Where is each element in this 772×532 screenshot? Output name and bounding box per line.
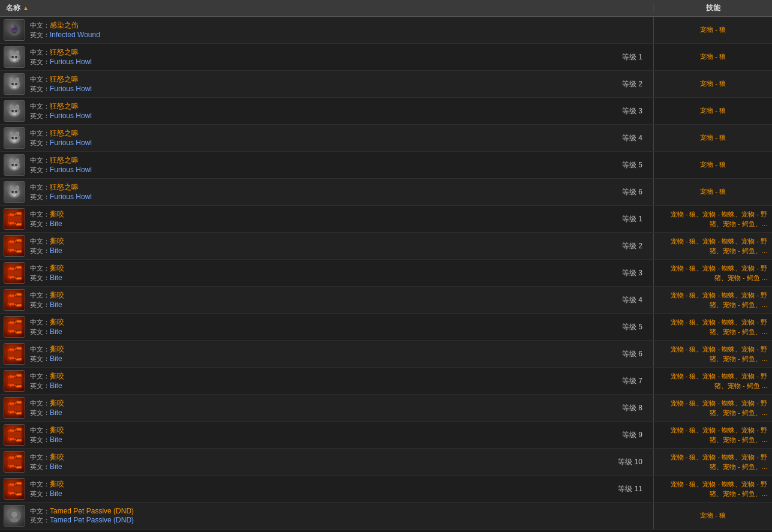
label-en: 英文： bbox=[30, 58, 50, 65]
level-badge: 等级 1 bbox=[622, 214, 650, 224]
name-info: 中文：感染之伤英文：Infected Wound bbox=[30, 20, 100, 40]
cell-skill: 宠物 - 狼 bbox=[654, 184, 772, 200]
name-cn: 撕咬 bbox=[50, 372, 64, 380]
name-cn: 狂怒之嗥 bbox=[50, 156, 79, 164]
level-badge: 等级 6 bbox=[622, 349, 650, 359]
level-badge: 等级 11 bbox=[618, 484, 650, 494]
table-row[interactable]: 中文：狂怒之嗥英文：Furious Howl等级 4宠物 - 狼 bbox=[0, 125, 772, 152]
header-name-col[interactable]: 名称 ▲ bbox=[0, 3, 654, 13]
svg-point-46 bbox=[15, 191, 17, 193]
table-row[interactable]: 中文：撕咬英文：Bite等级 4宠物 - 狼、宠物 - 蜘蛛、宠物 - 野猪、宠… bbox=[0, 287, 772, 314]
label-en: 英文： bbox=[30, 139, 50, 146]
label-cn: 中文： bbox=[30, 76, 50, 83]
table-row[interactable]: 中文：狂怒之嗥英文：Furious Howl等级 6宠物 - 狼 bbox=[0, 179, 772, 206]
svg-rect-65 bbox=[8, 432, 21, 438]
name-en: Bite bbox=[50, 462, 62, 471]
table-row[interactable]: 中文：狂怒之嗥英文：Furious Howl等级 2宠物 - 狼 bbox=[0, 71, 772, 98]
label-cn: 中文： bbox=[30, 157, 50, 164]
name-info: 中文：狂怒之嗥英文：Furious Howl bbox=[30, 101, 92, 121]
label-cn: 中文： bbox=[30, 49, 50, 56]
svg-point-40 bbox=[13, 167, 16, 169]
name-info: 中文：狂怒之嗥英文：Furious Howl bbox=[30, 182, 92, 202]
table-row[interactable]: 中文：撕咬英文：Bite等级 7宠物 - 狼、宠物 - 蜘蛛、宠物 - 野猪、宠… bbox=[0, 368, 772, 395]
table-row[interactable]: 中文：狂怒之嗥英文：Furious Howl等级 5宠物 - 狼 bbox=[0, 152, 772, 179]
level-badge: 等级 7 bbox=[622, 376, 650, 386]
skill-multi: 宠物 - 狼、宠物 - 蜘蛛、宠物 - 野猪、宠物 - 鳄鱼、... bbox=[659, 398, 767, 418]
level-badge: 等级 10 bbox=[618, 457, 650, 467]
name-en: Bite bbox=[50, 220, 62, 228]
table-row[interactable]: 中文：狂怒之嗥英文：Furious Howl等级 1宠物 - 狼 bbox=[0, 44, 772, 71]
table-row[interactable]: 中文：撕咬英文：Bite等级 2宠物 - 狼、宠物 - 蜘蛛、宠物 - 野猪、宠… bbox=[0, 233, 772, 260]
cell-skill: 宠物 - 狼 bbox=[654, 49, 772, 65]
label-en: 英文： bbox=[30, 193, 50, 200]
bite-icon bbox=[4, 424, 25, 446]
level-badge: 等级 8 bbox=[622, 403, 650, 413]
name-info: 中文：狂怒之嗥英文：Furious Howl bbox=[30, 155, 92, 175]
cell-name: 中文：Tamed Pet Passive (DND)英文：Tamed Pet P… bbox=[0, 503, 654, 529]
bite-icon bbox=[4, 478, 25, 500]
label-en: 英文： bbox=[30, 166, 50, 173]
label-cn: 中文： bbox=[30, 399, 50, 407]
svg-rect-59 bbox=[8, 351, 21, 357]
label-cn: 中文： bbox=[30, 318, 50, 326]
name-cn: 狂怒之嗥 bbox=[50, 75, 79, 83]
table-row[interactable]: 中文：撕咬英文：Bite等级 8宠物 - 狼、宠物 - 蜘蛛、宠物 - 野猪、宠… bbox=[0, 395, 772, 422]
name-info: 中文：撕咬英文：Bite bbox=[30, 371, 64, 390]
name-cn: 撕咬 bbox=[50, 453, 64, 461]
label-cn: 中文： bbox=[30, 265, 50, 272]
svg-point-5 bbox=[15, 28, 17, 30]
cell-skill: 宠物 - 狼 bbox=[654, 76, 772, 92]
level-badge: 等级 2 bbox=[622, 241, 650, 251]
svg-point-32 bbox=[15, 137, 17, 139]
table-row[interactable]: 中文：撕咬英文：Bite等级 1宠物 - 狼、宠物 - 蜘蛛、宠物 - 野猪、宠… bbox=[0, 206, 772, 233]
name-en: Bite bbox=[50, 489, 62, 498]
label-en: 英文： bbox=[30, 355, 50, 362]
name-en: Bite bbox=[50, 247, 62, 255]
wolf-icon bbox=[4, 73, 25, 95]
cell-skill: 宠物 - 狼 bbox=[654, 508, 772, 524]
table-row[interactable]: 中文：撕咬英文：Bite等级 10宠物 - 狼、宠物 - 蜘蛛、宠物 - 野猪、… bbox=[0, 449, 772, 476]
name-cn: 撕咬 bbox=[50, 480, 64, 488]
svg-rect-55 bbox=[8, 297, 21, 303]
cell-skill: 宠物 - 狼、宠物 - 蜘蛛、宠物 - 野猪、宠物 - 鳄鱼、... bbox=[654, 423, 772, 447]
cell-name: 中文：狂怒之嗥英文：Furious Howl等级 1 bbox=[0, 44, 654, 70]
svg-rect-53 bbox=[8, 270, 21, 276]
cell-skill: 宠物 - 狼、宠物 - 蜘蛛、宠物 - 野猪、宠物 - 鳄鱼 ... bbox=[654, 261, 772, 285]
level-badge: 等级 4 bbox=[622, 295, 650, 305]
name-en: Furious Howl bbox=[50, 112, 92, 120]
svg-point-17 bbox=[11, 83, 14, 85]
name-en: Furious Howl bbox=[50, 85, 92, 93]
cell-skill: 宠物 - 狼、宠物 - 蜘蛛、宠物 - 野猪、宠物 - 鳄鱼、... bbox=[654, 477, 772, 501]
skill-multi: 宠物 - 狼、宠物 - 蜘蛛、宠物 - 野猪、宠物 - 鳄鱼、... bbox=[659, 209, 767, 229]
infected-icon bbox=[4, 19, 25, 41]
table-row[interactable]: 中文：撕咬英文：Bite等级 11宠物 - 狼、宠物 - 蜘蛛、宠物 - 野猪、… bbox=[0, 476, 772, 503]
bite-icon bbox=[4, 289, 25, 311]
skill-multi: 宠物 - 狼、宠物 - 蜘蛛、宠物 - 野猪、宠物 - 鳄鱼 ... bbox=[659, 371, 767, 391]
cell-name: 中文：撕咬英文：Bite等级 5 bbox=[0, 314, 654, 340]
name-info: 中文：狂怒之嗥英文：Furious Howl bbox=[30, 74, 92, 94]
wolf-icon bbox=[4, 46, 25, 68]
name-info: 中文：撕咬英文：Bite bbox=[30, 425, 64, 444]
sort-arrow-icon: ▲ bbox=[23, 5, 29, 11]
label-cn: 中文： bbox=[30, 372, 50, 380]
bite-icon bbox=[4, 343, 25, 365]
label-en: 英文： bbox=[30, 490, 50, 497]
table-row[interactable]: 中文：撕咬英文：Bite等级 9宠物 - 狼、宠物 - 蜘蛛、宠物 - 野猪、宠… bbox=[0, 422, 772, 449]
name-en: Bite bbox=[50, 327, 62, 336]
name-en: Bite bbox=[50, 300, 62, 309]
table-row[interactable]: 中文：撕咬英文：Bite等级 6宠物 - 狼、宠物 - 蜘蛛、宠物 - 野猪、宠… bbox=[0, 341, 772, 368]
label-en: 英文： bbox=[30, 274, 50, 281]
skill-multi: 宠物 - 狼、宠物 - 蜘蛛、宠物 - 野猪、宠物 - 鳄鱼、... bbox=[659, 290, 767, 310]
table-row[interactable]: 中文：撕咬英文：Bite等级 3宠物 - 狼、宠物 - 蜘蛛、宠物 - 野猪、宠… bbox=[0, 260, 772, 287]
name-cn: 感染之伤 bbox=[50, 21, 79, 29]
level-badge: 等级 4 bbox=[622, 133, 650, 143]
table-row[interactable]: 中文：感染之伤英文：Infected Wound宠物 - 狼 bbox=[0, 17, 772, 44]
svg-point-25 bbox=[15, 110, 17, 112]
table-row[interactable]: 中文：狂怒之嗥英文：Furious Howl等级 3宠物 - 狼 bbox=[0, 98, 772, 125]
skill-tag: 宠物 - 狼 bbox=[700, 188, 726, 195]
name-info: 中文：撕咬英文：Bite bbox=[30, 263, 64, 282]
table-row[interactable]: 中文：Tamed Pet Passive (DND)英文：Tamed Pet P… bbox=[0, 503, 772, 530]
table-row[interactable]: 中文：撕咬英文：Bite等级 5宠物 - 狼、宠物 - 蜘蛛、宠物 - 野猪、宠… bbox=[0, 314, 772, 341]
wolf-icon bbox=[4, 181, 25, 203]
name-cn: 狂怒之嗥 bbox=[50, 129, 79, 137]
